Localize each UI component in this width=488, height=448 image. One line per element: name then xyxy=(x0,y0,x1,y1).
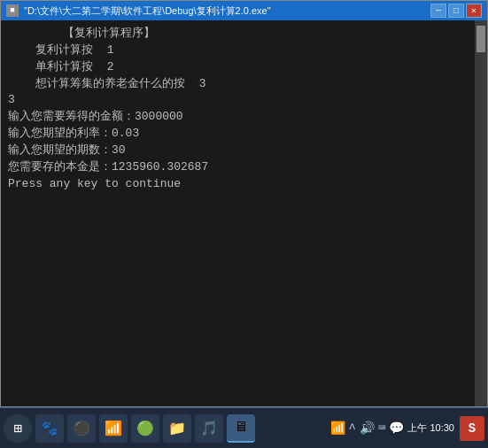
taskbar-app-app3[interactable]: 📶 xyxy=(99,414,128,443)
taskbar-time: 上午 10:30 xyxy=(407,421,454,434)
scrollbar[interactable] xyxy=(475,20,487,406)
taskbar-apps: 🐾⚫📶🟢📁🎵🖥 xyxy=(35,414,330,443)
notification-icon: 💬 xyxy=(389,421,404,436)
taskbar-app-app6[interactable]: 🎵 xyxy=(195,414,223,443)
console-wrapper: 【复利计算程序】 复利计算按 1 单利计算按 2 想计算筹集的养老金什么的按 3… xyxy=(1,20,487,406)
scrollbar-thumb[interactable] xyxy=(476,26,485,52)
security-shield: S xyxy=(460,416,484,441)
taskbar: ⊞ 🐾⚫📶🟢📁🎵🖥 📶 ^ 🔊 ⌨ 💬 上午 10:30 S xyxy=(0,407,488,448)
console-content: 【复利计算程序】 复利计算按 1 单利计算按 2 想计算筹集的养老金什么的按 3… xyxy=(8,26,468,401)
title-bar: ■ "D:\文件\大二第二学期\软件工程\Debug\复利计算2.0.exe" … xyxy=(1,1,487,20)
title-buttons: ─ □ ✕ xyxy=(430,4,482,18)
console-line-input4: 输入您期望的期数：30 xyxy=(8,143,468,159)
console-line-menu1: 复利计算按 1 xyxy=(8,42,468,59)
taskbar-right: 📶 ^ 🔊 ⌨ 💬 上午 10:30 S xyxy=(330,416,484,441)
console-line-input3: 输入您期望的利率：0.03 xyxy=(8,126,468,143)
time-display: 上午 10:30 xyxy=(407,421,454,434)
window-title: "D:\文件\大二第二学期\软件工程\Debug\复利计算2.0.exe" xyxy=(24,4,271,18)
taskbar-app-app2[interactable]: ⚫ xyxy=(67,414,96,443)
console-line-menu2: 单利计算按 2 xyxy=(8,59,468,76)
console-line-input2: 输入您需要筹得的金额：3000000 xyxy=(8,109,468,126)
title-bar-left: ■ "D:\文件\大二第二学期\软件工程\Debug\复利计算2.0.exe" xyxy=(6,4,271,18)
console-line-title: 【复利计算程序】 xyxy=(8,26,468,42)
taskbar-app-app7[interactable]: 🖥 xyxy=(227,414,255,443)
minimize-button[interactable]: ─ xyxy=(430,4,446,18)
maximize-button[interactable]: □ xyxy=(448,4,464,18)
taskbar-app-app1[interactable]: 🐾 xyxy=(35,414,64,443)
windows-icon: ⊞ xyxy=(13,420,22,437)
app-icon: ■ xyxy=(6,4,19,17)
console-area: 【复利计算程序】 复利计算按 1 单利计算按 2 想计算筹集的养老金什么的按 3… xyxy=(1,20,475,406)
taskbar-app-app4[interactable]: 🟢 xyxy=(131,414,159,443)
start-button[interactable]: ⊞ xyxy=(4,414,32,443)
taskbar-app-app5[interactable]: 📁 xyxy=(163,414,191,443)
console-line-input1: 3 xyxy=(8,92,468,109)
console-line-menu3: 想计算筹集的养老金什么的按 3 xyxy=(8,76,468,93)
chevron-icon[interactable]: ^ xyxy=(349,421,356,436)
console-line-press: Press any key to continue xyxy=(8,176,468,193)
wifi-icon: 📶 xyxy=(330,421,345,436)
shield-label: S xyxy=(469,421,476,436)
keyboard-icon: ⌨ xyxy=(378,421,385,436)
console-line-result: 您需要存的本金是：1235960.302687 xyxy=(8,159,468,176)
close-button[interactable]: ✕ xyxy=(466,4,482,18)
main-window: ■ "D:\文件\大二第二学期\软件工程\Debug\复利计算2.0.exe" … xyxy=(0,0,488,407)
volume-icon: 🔊 xyxy=(360,421,375,436)
